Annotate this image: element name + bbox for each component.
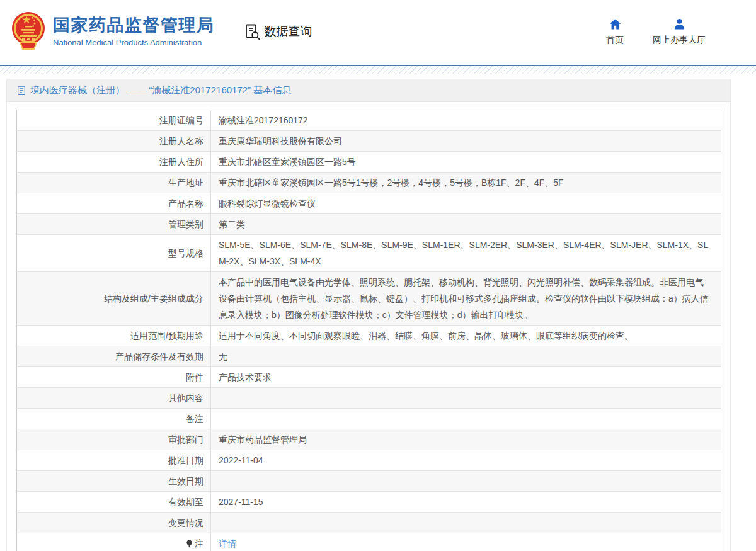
- row-label: 注册人住所: [17, 152, 211, 173]
- hatch-stripe: [0, 66, 756, 74]
- site-header: 国家药品监督管理局 National Medical Products Admi…: [0, 0, 756, 63]
- table-row: 适用范围/预期用途 适用于不同角度、不同切面观察眼睑、泪器、结膜、角膜、前房、晶…: [17, 326, 721, 346]
- row-value: 2022-11-04: [211, 450, 721, 471]
- data-query-module[interactable]: 数据查询: [244, 23, 312, 40]
- table-row: 备注: [17, 409, 721, 429]
- row-label: 管理类别: [17, 214, 211, 235]
- row-label: 结构及组成/主要组成成分: [17, 272, 211, 326]
- row-value: 重庆市药品监督管理局: [211, 429, 721, 450]
- row-label: 适用范围/预期用途: [17, 326, 211, 346]
- row-value: 详情: [211, 533, 721, 551]
- row-label: 注: [17, 533, 211, 551]
- row-label: 注册证编号: [17, 110, 211, 131]
- row-value: 无: [211, 346, 721, 367]
- note-label: 注: [195, 538, 203, 548]
- doc-search-icon: [244, 23, 261, 40]
- row-value: 重庆康华瑞明科技股份有限公司: [211, 131, 721, 152]
- table-row: 审批部门 重庆市药品监督管理局: [17, 429, 721, 450]
- table-row: 注册证编号 渝械注准20172160172: [17, 110, 721, 131]
- user-icon: [673, 18, 686, 31]
- row-label: 生产地址: [17, 173, 211, 193]
- table-row: 批准日期 2022-11-04: [17, 450, 721, 471]
- row-value: SLM-5E、SLM-6E、SLM-7E、SLM-8E、SLM-9E、SLM-1…: [211, 235, 721, 272]
- details-link[interactable]: 详情: [219, 538, 236, 548]
- header-nav: 首页 网上办事大厅: [606, 18, 756, 46]
- row-value: 本产品中的医用电气设备由光学体、照明系统、腮托架、移动机构、背光照明、闪光照明补…: [211, 272, 721, 326]
- home-icon: [609, 18, 622, 31]
- table-row: 生产地址 重庆市北碚区童家溪镇园区一路5号1号楼，2号楼，4号楼，5号楼，B栋1…: [17, 173, 721, 193]
- table-row: 注册人住所 重庆市北碚区童家溪镇园区一路5号: [17, 152, 721, 173]
- row-value: 渝械注准20172160172: [211, 110, 721, 131]
- nmpa-logo[interactable]: 国家药品监督管理局 National Medical Products Admi…: [11, 11, 215, 52]
- org-name-block: 国家药品监督管理局 National Medical Products Admi…: [53, 16, 215, 47]
- row-value: [211, 513, 721, 533]
- pin-icon: [186, 540, 193, 548]
- row-value: [211, 388, 721, 409]
- table-row: 产品名称 眼科裂隙灯显微镜检查仪: [17, 193, 721, 214]
- table-row: 产品储存条件及有效期 无: [17, 346, 721, 367]
- org-name-cn: 国家药品监督管理局: [53, 16, 215, 35]
- registration-info-table: 注册证编号 渝械注准20172160172 注册人名称 重庆康华瑞明科技股份有限…: [16, 110, 721, 551]
- table-row: 管理类别 第二类: [17, 214, 721, 235]
- table-row: 变更情况: [17, 513, 721, 533]
- table-row: 有效期至 2027-11-15: [17, 492, 721, 513]
- row-label: 变更情况: [17, 513, 211, 533]
- row-value: 产品技术要求: [211, 367, 721, 388]
- row-label: 有效期至: [17, 492, 211, 513]
- row-value: [211, 471, 721, 492]
- row-value: 眼科裂隙灯显微镜检查仪: [211, 193, 721, 214]
- row-label: 其他内容: [17, 388, 211, 409]
- row-value: 2027-11-15: [211, 492, 721, 513]
- document-icon: [17, 86, 26, 96]
- row-value: [211, 409, 721, 429]
- row-label: 注册人名称: [17, 131, 211, 152]
- row-label: 产品储存条件及有效期: [17, 346, 211, 367]
- row-value: 重庆市北碚区童家溪镇园区一路5号1号楼，2号楼，4号楼，5号楼，B栋1F、2F、…: [211, 173, 721, 193]
- table-row: 注 详情: [17, 533, 721, 551]
- table-row: 注册人名称 重庆康华瑞明科技股份有限公司: [17, 131, 721, 152]
- table-row: 其他内容: [17, 388, 721, 409]
- row-label: 审批部门: [17, 429, 211, 450]
- row-label: 型号规格: [17, 235, 211, 272]
- row-label: 备注: [17, 409, 211, 429]
- nav-home[interactable]: 首页: [606, 18, 624, 46]
- content-panel: 境内医疗器械（注册） —— “渝械注准20172160172” 基本信息 注册证…: [6, 79, 731, 551]
- page-title: 境内医疗器械（注册） —— “渝械注准20172160172” 基本信息: [30, 84, 291, 96]
- table-wrapper: 注册证编号 渝械注准20172160172 注册人名称 重庆康华瑞明科技股份有限…: [7, 102, 730, 551]
- table-row: 结构及组成/主要组成成分 本产品中的医用电气设备由光学体、照明系统、腮托架、移动…: [17, 272, 721, 326]
- row-label: 产品名称: [17, 193, 211, 214]
- nav-home-label: 首页: [606, 35, 624, 46]
- table-row: 生效日期: [17, 471, 721, 492]
- row-label: 生效日期: [17, 471, 211, 492]
- nav-service-hall-label: 网上办事大厅: [653, 35, 706, 46]
- row-value: 第二类: [211, 214, 721, 235]
- row-label: 批准日期: [17, 450, 211, 471]
- panel-title-bar: 境内医疗器械（注册） —— “渝械注准20172160172” 基本信息: [7, 79, 730, 102]
- org-name-en: National Medical Products Administration: [53, 38, 215, 47]
- table-row: 附件 产品技术要求: [17, 367, 721, 388]
- row-label: 附件: [17, 367, 211, 388]
- nav-service-hall[interactable]: 网上办事大厅: [653, 18, 706, 46]
- table-row: 型号规格 SLM-5E、SLM-6E、SLM-7E、SLM-8E、SLM-9E、…: [17, 235, 721, 272]
- national-emblem-icon: [11, 11, 45, 52]
- row-value: 重庆市北碚区童家溪镇园区一路5号: [211, 152, 721, 173]
- module-title-label: 数据查询: [265, 23, 312, 40]
- row-value: 适用于不同角度、不同切面观察眼睑、泪器、结膜、角膜、前房、晶体、玻璃体、眼底等组…: [211, 326, 721, 346]
